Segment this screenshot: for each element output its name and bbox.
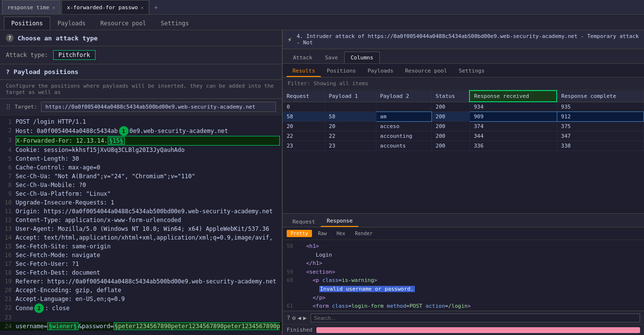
attack-sub-tab-positions[interactable]: Positions	[321, 66, 362, 77]
right-panel: ⚡ 4. Intruder attack of https://0a0f0054…	[283, 30, 644, 335]
attack-title: 4. Intruder attack of https://0a0f005404…	[296, 33, 639, 46]
col-request[interactable]: Request	[283, 91, 325, 102]
table-row-selected[interactable]: 58 58 am 200 909 912	[283, 112, 644, 122]
bottom-bar: ? ⚙ ◀ ▶	[283, 311, 644, 324]
code-editor: 1 POST /login HTTP/1.1 2 Host: 0a0f00540…	[0, 115, 282, 335]
attack-sub-tab-resource-pool[interactable]: Resource pool	[399, 66, 453, 77]
tab-positions[interactable]: Positions	[4, 17, 50, 30]
tab-response-time[interactable]: response time ✕	[2, 0, 60, 14]
code-line-9: 9 Sec-Ch-Ua-Platform: "Linux"	[0, 189, 282, 198]
response-tab-response[interactable]: Response	[321, 216, 358, 227]
status-progress-fill	[316, 327, 640, 333]
code-line-6: 6 Cache-Control: max-age=0	[0, 163, 282, 172]
response-panel: Request Response Pretty Raw Hex Render 5…	[283, 213, 644, 335]
col-payload2[interactable]: Payload 2	[376, 91, 431, 102]
fmt-tab-raw[interactable]: Raw	[314, 230, 331, 237]
attack-type-value[interactable]: Pitchfork	[53, 50, 96, 60]
payload-positions-info-icon[interactable]: ?	[6, 68, 10, 75]
target-url-input[interactable]: https://0a0f0054044a0488c5434ab500bd00e9…	[41, 102, 276, 112]
response-content: 58 <h1> Login </h1> 59 <section> 60	[283, 240, 644, 311]
code-line-17: 17 Sec-Fetch-User: ?1	[0, 260, 282, 268]
table-row[interactable]: 20 20 acceso 200 374 375	[283, 122, 644, 131]
status-bar: Finished	[283, 324, 644, 335]
tab-response-time-close[interactable]: ✕	[52, 5, 55, 10]
badge-2: 2	[34, 303, 44, 313]
attack-sub-tab-results[interactable]: Results	[287, 66, 321, 77]
response-line: 60 <p class=is-warning>	[287, 276, 640, 285]
attack-tab-columns[interactable]: Columns	[344, 52, 379, 63]
code-line-11: 11 Origin: https://0a0f0054044a0488c5434…	[0, 207, 282, 216]
code-line-21: 21 Accept-Language: en-US,en;q=0.9	[0, 295, 282, 303]
tab-bar: response time ✕ x-forwarded-for passwo ✕…	[0, 0, 644, 15]
badge-1: 1	[119, 126, 129, 136]
search-input[interactable]	[311, 314, 640, 322]
payload-positions-title: Payload positions	[14, 68, 78, 75]
table-row[interactable]: 0 200 934 935	[283, 102, 644, 112]
fmt-tab-render[interactable]: Render	[351, 230, 376, 237]
code-line-14: 14 Accept: text/html,application/xhtml+x…	[0, 233, 282, 242]
left-panel: ? Choose an attack type Attack type: Pit…	[0, 30, 283, 335]
code-line-3: 3 X-Forwarded-For: 12.13.14.§15§	[0, 136, 282, 146]
response-tab-request[interactable]: Request	[287, 217, 321, 227]
table-row[interactable]: 22 22 accounting 200 344 347	[283, 131, 644, 141]
attack-tab-save[interactable]: Save	[319, 52, 345, 63]
tab-response-time-label: response time	[7, 4, 49, 11]
col-response-received[interactable]: Response received	[469, 91, 557, 102]
results-data-table: Request Payload 1 Payload 2 Status Respo…	[283, 90, 644, 151]
code-line-22: 22 Conne2: close	[0, 303, 282, 313]
code-line-16: 16 Sec-Fetch-Mode: navigate	[0, 251, 282, 260]
target-drag-handle[interactable]: ⠿	[6, 103, 11, 111]
tab-resource-pool[interactable]: Resource pool	[93, 17, 154, 30]
response-line: Login	[287, 251, 640, 260]
status-progress-bar	[316, 327, 640, 333]
tab-x-forwarded-close[interactable]: ✕	[141, 5, 144, 10]
new-tab-button[interactable]: +	[150, 3, 162, 11]
attack-type-row: Attack type: Pitchfork	[0, 46, 282, 64]
response-line: 58 <h1>	[287, 242, 640, 251]
code-line-13: 13 User-Agent: Mozilla/5.0 (Windows NT 1…	[0, 224, 282, 233]
attack-tab-attack[interactable]: Attack	[287, 52, 319, 63]
lightning-icon: ⚡	[288, 36, 292, 43]
col-payload1[interactable]: Payload 1	[325, 91, 376, 102]
code-line-20: 20 Accept-Encoding: gzip, deflate	[0, 286, 282, 295]
back-icon[interactable]: ◀	[297, 315, 301, 321]
payload-positions-header: ? Payload positions	[0, 64, 282, 80]
target-row: ⠿ Target: https://0a0f0054044a0488c5434a…	[0, 99, 282, 115]
main-layout: ? Choose an attack type Attack type: Pit…	[0, 30, 644, 335]
code-line-19: 19 Referer: https://0a0f0054044a0488c543…	[0, 277, 282, 286]
attack-header: ⚡ 4. Intruder attack of https://0a0f0054…	[283, 30, 644, 49]
code-line-8: 8 Sec-Ch-Ua-Mobile: ?0	[0, 181, 282, 189]
filter-bar: Filter: Showing all items	[283, 77, 644, 90]
attack-type-section-header: ? Choose an attack type	[0, 30, 282, 46]
status-label: Finished	[287, 327, 312, 333]
nav-tabs: Positions Payloads Resource pool Setting…	[0, 15, 644, 30]
code-line-15: 15 Sec-Fetch-Site: same-origin	[0, 242, 282, 251]
tab-x-forwarded[interactable]: x-forwarded-for passwo ✕	[61, 0, 149, 14]
code-line-24: 24 username=§wiener§&password=§peter1234…	[0, 322, 282, 331]
table-row[interactable]: 23 23 accounts 200 336 338	[283, 141, 644, 151]
highlighted-text: Invalid username or password.	[319, 286, 415, 292]
code-line-7: 7 Sec-Ch-Ua: "Not A(Brand";v="24", "Chro…	[0, 172, 282, 181]
attack-type-info-icon[interactable]: ?	[6, 34, 14, 42]
col-status[interactable]: Status	[431, 91, 469, 102]
settings-icon[interactable]: ⚙	[292, 315, 295, 321]
col-response-complete[interactable]: Response complete	[557, 91, 644, 102]
response-line: Invalid username or password.	[287, 285, 640, 294]
fmt-tab-pretty[interactable]: Pretty	[287, 230, 312, 237]
tab-x-forwarded-label: x-forwarded-for passwo	[67, 4, 138, 11]
help-icon[interactable]: ?	[287, 315, 290, 321]
attack-sub-tab-payloads[interactable]: Payloads	[362, 66, 399, 77]
response-format-tabs: Pretty Raw Hex Render	[283, 227, 644, 240]
code-line-12: 12 Content-Type: application/x-www-form-…	[0, 216, 282, 224]
response-line: 59 <section>	[287, 268, 640, 277]
forward-icon[interactable]: ▶	[303, 315, 307, 321]
attack-sub-tab-settings[interactable]: Settings	[453, 66, 490, 77]
tab-settings[interactable]: Settings	[154, 17, 196, 30]
code-line-10: 10 Upgrade-Insecure-Requests: 1	[0, 198, 282, 207]
fmt-tab-hex[interactable]: Hex	[332, 230, 349, 237]
response-line: </h1>	[287, 259, 640, 268]
tab-payloads[interactable]: Payloads	[50, 17, 93, 30]
response-line: </p>	[287, 294, 640, 302]
attack-type-title: Choose an attack type	[18, 35, 98, 42]
bottom-icons: ? ⚙ ◀ ▶	[287, 315, 307, 321]
